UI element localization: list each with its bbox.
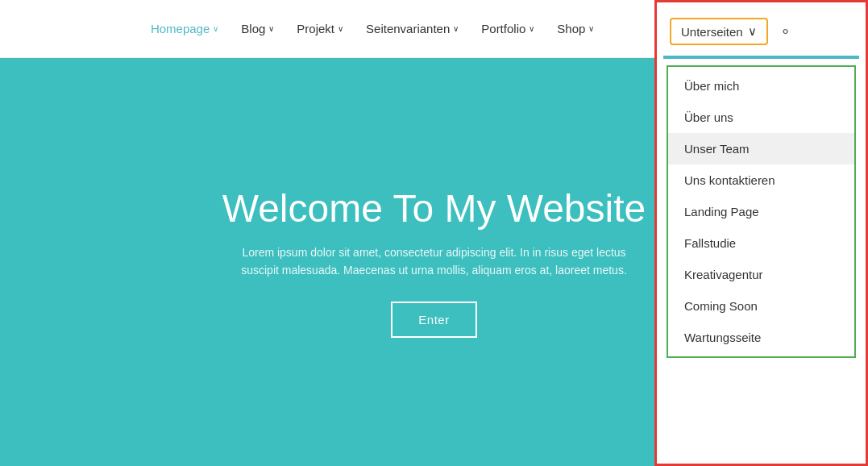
dropdown-item-coming-soon[interactable]: Coming Soon xyxy=(668,290,854,322)
nav-item-blog[interactable]: Blog ∨ xyxy=(233,17,282,40)
chevron-seitenvarianten: ∨ xyxy=(453,24,459,33)
chevron-portfolio: ∨ xyxy=(529,24,534,33)
dropdown-menu: Über mich Über uns Unser Team Uns kontak… xyxy=(667,65,856,358)
nav-label-shop: Shop xyxy=(557,22,585,35)
nav-label-blog: Blog xyxy=(241,22,265,35)
hero-description: Lorem ipsum dolor sit amet, consectetur … xyxy=(225,243,644,280)
nav-label-portfolio: Portfolio xyxy=(481,22,525,35)
nav-item-shop[interactable]: Shop ∨ xyxy=(549,17,602,40)
chevron-shop: ∨ xyxy=(588,24,594,33)
nav-label-seitenvarianten: Seitenvarianten xyxy=(366,22,450,35)
dropdown-item-landing-page[interactable]: Landing Page xyxy=(668,196,854,227)
overlay-search-icon[interactable]: ⚬ xyxy=(776,19,795,44)
dropdown-overlay: Unterseiten ∨ ⚬ Über mich Über uns Unser… xyxy=(654,0,868,466)
dropdown-item-unser-team[interactable]: Unser Team xyxy=(668,133,854,164)
hero-title: Welcome To My Website xyxy=(222,186,646,231)
chevron-blog: ∨ xyxy=(268,24,274,33)
nav-item-seitenvarianten[interactable]: Seitenvarianten ∨ xyxy=(358,17,467,40)
overlay-nav-top: Unterseiten ∨ ⚬ xyxy=(657,2,866,60)
dropdown-item-uber-uns[interactable]: Über uns xyxy=(668,102,854,133)
nav-item-homepage[interactable]: Homepage ∨ xyxy=(143,17,226,40)
nav-item-portfolio[interactable]: Portfolio ∨ xyxy=(473,17,542,40)
overlay-unterseiten-button[interactable]: Unterseiten ∨ xyxy=(670,18,768,45)
nav-items: Homepage ∨ Blog ∨ Projekt ∨ Seitenvarian… xyxy=(32,17,712,40)
dropdown-item-fallstudie[interactable]: Fallstudie xyxy=(668,227,854,259)
dropdown-item-kreativagentur[interactable]: Kreativagentur xyxy=(668,259,854,290)
nav-label-homepage: Homepage xyxy=(151,22,210,35)
nav-item-projekt[interactable]: Projekt ∨ xyxy=(289,17,351,40)
dropdown-item-wartungsseite[interactable]: Wartungsseite xyxy=(668,322,854,353)
dropdown-item-uber-mich[interactable]: Über mich xyxy=(668,70,854,102)
overlay-unterseiten-label: Unterseiten xyxy=(681,25,743,39)
overlay-chevron-icon: ∨ xyxy=(748,24,757,39)
hero-enter-button[interactable]: Enter xyxy=(391,302,476,338)
nav-label-projekt: Projekt xyxy=(297,22,334,35)
chevron-homepage: ∨ xyxy=(213,24,218,33)
chevron-projekt: ∨ xyxy=(338,24,343,33)
dropdown-item-uns-kontaktieren[interactable]: Uns kontaktieren xyxy=(668,164,854,196)
